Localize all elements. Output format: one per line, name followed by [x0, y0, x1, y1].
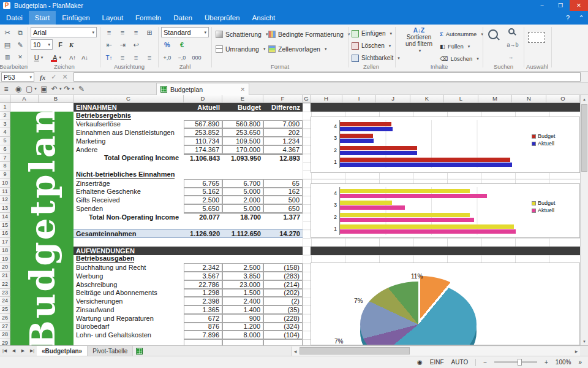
- increase-indent-icon[interactable]: ⇥: [116, 39, 129, 50]
- currency-format-icon[interactable]: €: [176, 39, 188, 50]
- row-header-22[interactable]: 22: [0, 280, 10, 289]
- row-label[interactable]: EINNAHMEN: [74, 103, 184, 112]
- copy-icon[interactable]: ⧉: [14, 27, 26, 38]
- income-bar-chart[interactable]: 4321BudgetAktuell: [311, 117, 580, 173]
- cell[interactable]: (35): [263, 305, 303, 314]
- cell[interactable]: 253.650: [222, 128, 263, 137]
- column-header-D[interactable]: D: [184, 95, 222, 102]
- cell[interactable]: 2.342: [184, 263, 222, 272]
- cell-styles-button[interactable]: Zellenvorlagen▾: [268, 43, 326, 55]
- column-header-H[interactable]: H: [311, 95, 342, 102]
- row-header-20[interactable]: 20: [0, 263, 10, 272]
- sheet-row-6[interactable]: Andere174.367170.0004.367: [74, 145, 303, 154]
- cell[interactable]: 202: [263, 128, 303, 137]
- row-header-27[interactable]: 27: [0, 323, 10, 331]
- row-label[interactable]: Spenden: [74, 204, 184, 213]
- document-tab-close-icon[interactable]: ✕: [240, 86, 245, 93]
- align-right-icon[interactable]: ≡: [143, 52, 156, 63]
- column-header-A[interactable]: A: [10, 95, 39, 102]
- cell[interactable]: 2.398: [184, 297, 222, 305]
- column-header-B[interactable]: B: [39, 95, 74, 102]
- sheet-row-26[interactable]: Wartung und Reparaturen672900(228): [74, 314, 303, 323]
- conditional-formatting-button[interactable]: Bedingte Formatierung▾: [268, 28, 350, 40]
- column-header-I[interactable]: I: [342, 95, 376, 102]
- select-all-corner[interactable]: [0, 95, 10, 102]
- sheet-row-11[interactable]: Erhaltene Geschenke5.1625.000162: [74, 188, 303, 196]
- menu-tab-datei[interactable]: Datei: [0, 11, 29, 25]
- zoom-in-button[interactable]: +: [545, 359, 548, 366]
- row-header-9[interactable]: 9: [0, 171, 10, 179]
- align-left-icon[interactable]: ≡: [116, 52, 129, 63]
- cell[interactable]: 174.367: [184, 145, 222, 154]
- cell[interactable]: 253.852: [184, 128, 222, 137]
- zoom-level[interactable]: 100%: [556, 359, 571, 366]
- scroll-right-icon[interactable]: ▶: [573, 347, 580, 356]
- cell[interactable]: 6.700: [222, 179, 263, 188]
- merge-cells-icon[interactable]: ⊞: [143, 27, 156, 38]
- fill-button[interactable]: ◧Füllen▾: [440, 40, 470, 52]
- cell[interactable]: 500: [263, 196, 303, 204]
- bold-button[interactable]: F: [55, 39, 66, 50]
- cell[interactable]: 1.106.843: [184, 154, 222, 163]
- cell[interactable]: 1.377: [263, 213, 303, 221]
- add-decimal-icon[interactable]: +,0: [161, 52, 173, 63]
- nonop-bar-chart[interactable]: 4321BudgetAktuell: [311, 183, 580, 238]
- horizontal-scroll-thumb[interactable]: [300, 347, 410, 355]
- column-header-J[interactable]: J: [376, 95, 410, 102]
- column-header-K[interactable]: K: [410, 95, 444, 102]
- menu-tab-formeln[interactable]: Formeln: [129, 11, 167, 25]
- row-header-3[interactable]: 3: [0, 120, 10, 129]
- title-bar[interactable]: P Budgetplan - PlanMaker – ❐ ✕: [0, 0, 588, 11]
- cell[interactable]: 2.400: [222, 297, 263, 305]
- status-overflow-icon[interactable]: »: [578, 359, 582, 366]
- first-sheet-icon[interactable]: |◀: [0, 346, 9, 356]
- cell[interactable]: (283): [263, 272, 303, 280]
- cell[interactable]: 672: [184, 314, 222, 323]
- row-header-6[interactable]: 6: [0, 145, 10, 154]
- cell[interactable]: 170.000: [222, 145, 263, 154]
- sheet-row-21[interactable]: Werbung3.5673.850(283): [74, 272, 303, 280]
- sheet-row-19[interactable]: Betriebsausgaben: [74, 255, 303, 264]
- cell[interactable]: 2.500: [184, 196, 222, 204]
- cell[interactable]: 6.765: [184, 179, 222, 188]
- row-header-15[interactable]: 15: [0, 221, 10, 230]
- row-label[interactable]: Betriebsergebnis: [74, 112, 184, 120]
- row-header-13[interactable]: 13: [0, 204, 10, 213]
- shading-button[interactable]: Schattierung▾: [216, 28, 268, 40]
- paste-icon[interactable]: ▤: [1, 39, 13, 50]
- title-banner[interactable]: Budgetplan: [10, 112, 74, 345]
- cell[interactable]: (104): [263, 331, 303, 339]
- row-header-1[interactable]: 1: [0, 103, 10, 112]
- cell[interactable]: [263, 339, 303, 345]
- row-header-19[interactable]: 19: [0, 255, 10, 264]
- cell[interactable]: 650: [263, 204, 303, 213]
- vertical-scrollbar[interactable]: ▲ ▼: [580, 95, 588, 345]
- row-header-16[interactable]: 16: [0, 229, 10, 238]
- cell[interactable]: 109.500: [222, 137, 263, 145]
- maximize-button[interactable]: ❐: [551, 0, 570, 11]
- vertical-scroll-thumb[interactable]: [581, 104, 587, 172]
- column-header-M[interactable]: M: [478, 95, 512, 102]
- row-label[interactable]: Buchhaltung und Recht: [74, 263, 184, 272]
- remove-decimal-icon[interactable]: −,0: [176, 52, 188, 63]
- cell[interactable]: 23.000: [222, 280, 263, 289]
- sheet-row-2[interactable]: Betriebsergebnis: [74, 112, 303, 120]
- sheet-row-16[interactable]: Gesamteinnahmen1.126.9201.112.65014.270: [74, 229, 303, 238]
- scroll-down-icon[interactable]: ▼: [581, 337, 588, 345]
- row-label[interactable]: Versicherungen: [74, 297, 184, 305]
- selection-mode-icon[interactable]: [528, 32, 545, 43]
- search-icon[interactable]: [488, 29, 498, 39]
- row-header-14[interactable]: 14: [0, 213, 10, 221]
- row-header-23[interactable]: 23: [0, 289, 10, 297]
- replace-icon[interactable]: a→b: [505, 39, 521, 50]
- insert-function-icon[interactable]: fx: [40, 74, 45, 81]
- row-label[interactable]: Betriebsausgaben: [74, 255, 184, 264]
- row-header-24[interactable]: 24: [0, 297, 10, 305]
- scroll-left-icon[interactable]: ◀: [292, 347, 299, 356]
- cell[interactable]: 110.734: [184, 137, 222, 145]
- prev-sheet-icon[interactable]: ◀: [9, 346, 18, 356]
- font-size-select[interactable]: 10▾: [31, 39, 53, 50]
- menu-tab-daten[interactable]: Daten: [167, 11, 198, 25]
- cell[interactable]: 12.893: [263, 154, 303, 163]
- column-header-N[interactable]: N: [512, 95, 546, 102]
